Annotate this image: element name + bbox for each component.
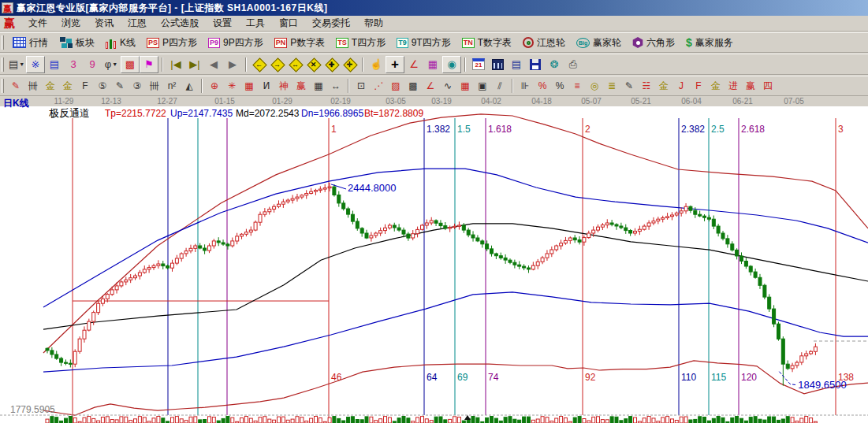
gold-circle-button[interactable]: ◎ (586, 78, 603, 95)
gold-ratio-button[interactable]: 金 (42, 78, 59, 95)
angle-fan-button[interactable]: ∠ (422, 78, 439, 95)
n2-button[interactable]: n² (163, 78, 181, 95)
toolbar-draw[interactable]: ✎卌金金F⑤✎③卌n²◭⊕✳▦Ͷ神赢▦↔⊡⋰▨▩∠∿▦▣⫽⊪%%≡◎≣✎☵金JF… (0, 76, 868, 96)
menu-item-0[interactable]: 文件 (21, 15, 54, 32)
shen-tool-button[interactable]: 神 (275, 78, 292, 95)
toolbar-quick[interactable]: ▤▼※▤39φ▼▩⚑|◀▶|◀▶←→↔✕✚✛☝+∠▦◉21▤❂⎙ (0, 54, 868, 75)
candle-pen-button[interactable]: ✎ (620, 78, 638, 95)
menu-item-3[interactable]: 江恩 (121, 15, 154, 32)
hexagon-button[interactable]: 六角形 (627, 34, 680, 52)
angle-ruler-button[interactable]: ◭ (181, 78, 198, 95)
toolbar-grip[interactable] (2, 35, 4, 50)
grid123-button[interactable]: ▦ (310, 78, 327, 95)
gold-levels-button[interactable]: ≣ (603, 78, 620, 95)
f-angle-button[interactable]: F (690, 78, 707, 95)
grid-corner-button[interactable]: ▣ (474, 78, 491, 95)
percent-levels-button[interactable]: ≡ (568, 78, 586, 95)
circle3-button[interactable]: ③ (129, 78, 146, 95)
menu-item-5[interactable]: 设置 (206, 15, 239, 32)
gold-angle-button[interactable]: 金 (707, 78, 725, 95)
first-bar-button[interactable]: |◀ (166, 56, 185, 73)
winner-wheel-button[interactable]: Big赢家轮 (571, 34, 627, 52)
kline-chart-svg[interactable]: 1461.382641.5691.618742922.3821102.51152… (0, 106, 868, 423)
fan-lines-button[interactable]: ⋰ (370, 78, 387, 95)
info-panel-button[interactable]: ▤ (45, 56, 64, 73)
print-button[interactable]: ⎙ (564, 56, 583, 73)
calendar-button[interactable]: 21 (469, 56, 488, 73)
toolbar-grip[interactable] (2, 79, 4, 93)
dark-box-button[interactable]: ▩ (404, 78, 422, 95)
ying-tool-button[interactable]: 赢 (292, 78, 310, 95)
toolbar-grip[interactable] (2, 58, 4, 72)
t-number-button[interactable]: TNT数字表 (456, 34, 517, 52)
box-select-button[interactable]: ⊡ (352, 78, 370, 95)
menu-item-8[interactable]: 交易委托 (305, 15, 357, 32)
compress-horizontal-diamond-button[interactable]: ✕ (304, 56, 322, 73)
p-square-button[interactable]: PSP四方形 (141, 34, 203, 52)
wave-tool-button[interactable]: ∿ (439, 78, 456, 95)
flag-chart-button[interactable]: ⚑ (140, 56, 158, 73)
quotes-button[interactable]: 行情 (7, 34, 54, 52)
gold-channel-button[interactable]: 金 (655, 78, 672, 95)
gann-box-button[interactable]: ▦ (423, 56, 442, 73)
move-left-diamond-button[interactable]: ← (250, 56, 268, 73)
target-circle-button[interactable]: ⊕ (206, 78, 223, 95)
n-wave-button[interactable]: Ͷ (258, 78, 275, 95)
period-9-button[interactable]: 9 (83, 56, 102, 73)
fib-line-button[interactable]: F (76, 78, 94, 95)
chart-area[interactable]: 1461.382641.5691.618742922.3821102.51152… (0, 106, 868, 423)
hand-tool-button[interactable]: ☝ (367, 56, 386, 73)
gann-line-button[interactable]: 卌 (24, 78, 42, 95)
calculator-button[interactable] (488, 56, 507, 73)
pattern-grid-button[interactable]: ▩ (121, 56, 140, 73)
star-grid-button[interactable]: ✳ (223, 78, 240, 95)
line-batch-button[interactable]: 卌 (146, 78, 163, 95)
sectors-button[interactable]: 板块 (54, 34, 100, 52)
si-angle-button[interactable]: 四 (759, 78, 777, 95)
angle-tool-button[interactable]: ∠ (404, 56, 423, 73)
kline-button[interactable]: K线 (100, 34, 141, 52)
next-bar-button[interactable]: ▶ (223, 56, 242, 73)
menu-item-7[interactable]: 窗口 (272, 15, 305, 32)
chip-distribution-button[interactable]: ◉ (442, 56, 461, 73)
spiral-button[interactable]: ⑤ (94, 78, 111, 95)
move-right-diamond-button[interactable]: → (268, 56, 286, 73)
p-number-button[interactable]: PNP数字表 (269, 34, 331, 52)
menu-item-4[interactable]: 公式选股 (154, 15, 206, 32)
p9-square-button[interactable]: P99P四方形 (203, 34, 269, 52)
zoom-in-diamond-button[interactable]: ✚ (322, 56, 341, 73)
toolbar-main[interactable]: 行情板块K线PSP四方形P99P四方形PNP数字表TST四方形T99T四方形TN… (0, 32, 868, 53)
crosshair-button[interactable]: + (386, 56, 404, 73)
chart-mode-button[interactable]: ※ (26, 56, 45, 73)
box-grid-button[interactable]: ▦ (240, 78, 258, 95)
period-3-button[interactable]: 3 (64, 56, 83, 73)
j-angle-button[interactable]: J (672, 78, 690, 95)
shade-box-button[interactable]: ▨ (387, 78, 404, 95)
price-bars-button[interactable]: ⊪ (516, 78, 534, 95)
percent-button[interactable]: % (551, 78, 568, 95)
slashes-button[interactable]: ⫽ (491, 78, 509, 95)
hspan-button[interactable]: ↔ (327, 78, 345, 95)
pen-tool-button[interactable]: ✎ (7, 78, 24, 95)
menu-item-1[interactable]: 浏览 (54, 15, 88, 32)
t-square-button[interactable]: TST四方形 (330, 34, 391, 52)
gold-ratio2-button[interactable]: 金 (59, 78, 76, 95)
candle-style-button[interactable]: φ▼ (102, 56, 121, 73)
expand-horizontal-diamond-button[interactable]: ↔ (286, 56, 304, 73)
window-layout-button[interactable]: ▤▼ (7, 56, 26, 73)
fine-grid-button[interactable]: ▦ (456, 78, 474, 95)
last-bar-button[interactable]: ▶| (185, 56, 204, 73)
ying-angle-button[interactable]: 赢 (742, 78, 759, 95)
avg-channel-button[interactable]: ☵ (638, 78, 655, 95)
menu-item-2[interactable]: 资讯 (88, 15, 121, 32)
export-button[interactable]: ❂ (545, 56, 564, 73)
jin-angle-button[interactable]: 进 (725, 78, 742, 95)
zoom-all-diamond-button[interactable]: ✛ (341, 56, 359, 73)
save-button[interactable] (526, 56, 545, 73)
prev-bar-button[interactable]: ◀ (204, 56, 223, 73)
winner-service-button[interactable]: $赢家服务 (680, 34, 739, 52)
t9-square-button[interactable]: T99T四方形 (391, 34, 456, 52)
pen2-button[interactable]: ✎ (111, 78, 129, 95)
menu-item-9[interactable]: 帮助 (357, 15, 390, 32)
memo-button[interactable]: ▤ (507, 56, 526, 73)
